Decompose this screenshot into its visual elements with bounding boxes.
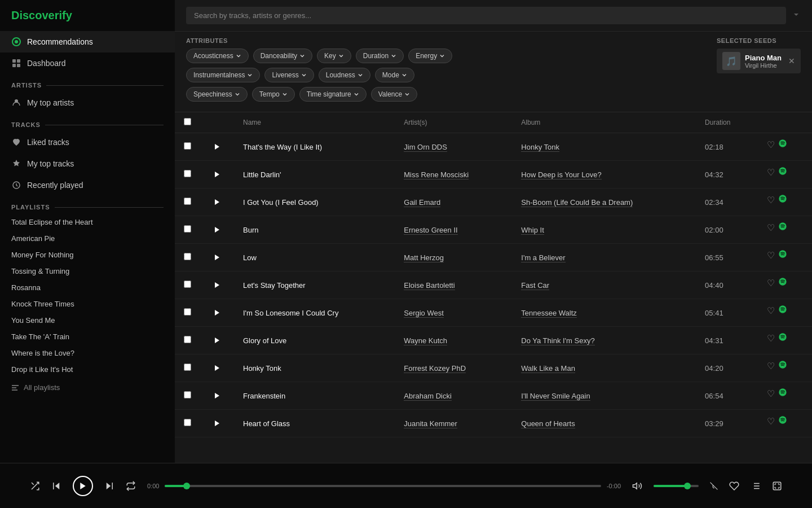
row-play-button[interactable]: [209, 277, 225, 293]
artist-link[interactable]: Miss Rene Mosciski: [404, 170, 469, 179]
filter-chip-energy[interactable]: Energy: [408, 49, 452, 63]
album-link[interactable]: Do Ya Think I'm Sexy?: [521, 336, 594, 345]
playlist-total-eclipse[interactable]: Total Eclipse of the Heart: [0, 214, 175, 230]
like-track-button[interactable]: ♡: [767, 167, 775, 178]
artist-link[interactable]: Abraham Dicki: [404, 392, 452, 401]
filter-chip-instrumentalness[interactable]: Instrumentalness: [186, 68, 260, 82]
artist-link[interactable]: Forrest Kozey PhD: [404, 364, 466, 373]
album-link[interactable]: Fast Car: [521, 281, 549, 290]
nav-dashboard[interactable]: Dashboard: [0, 52, 175, 74]
row-play-button[interactable]: [209, 249, 225, 265]
row-play-button[interactable]: [209, 222, 225, 238]
like-track-button[interactable]: ♡: [767, 388, 775, 399]
playlist-money-for-nothing[interactable]: Money For Nothing: [0, 247, 175, 263]
like-track-button[interactable]: ♡: [767, 250, 775, 261]
like-track-button[interactable]: ♡: [767, 361, 775, 371]
filter-chip-key[interactable]: Key: [317, 49, 351, 63]
spotify-open-button[interactable]: [778, 360, 787, 371]
spotify-open-button[interactable]: [778, 415, 787, 427]
like-track-button[interactable]: ♡: [767, 416, 775, 427]
row-play-button[interactable]: [209, 415, 225, 431]
nav-liked-tracks[interactable]: Liked tracks: [0, 132, 175, 153]
spotify-open-button[interactable]: [778, 139, 787, 150]
search-dropdown-icon[interactable]: [792, 10, 801, 21]
playlist-tossing-turning[interactable]: Tossing & Turning: [0, 263, 175, 279]
volume-icon-button[interactable]: [632, 481, 642, 491]
album-link[interactable]: Walk Like a Man: [521, 364, 575, 373]
row-play-button[interactable]: [209, 194, 225, 210]
artist-link[interactable]: Ernesto Green II: [404, 226, 457, 235]
filter-chip-speechiness[interactable]: Speechiness: [186, 87, 248, 102]
playlist-you-send-me[interactable]: You Send Me: [0, 312, 175, 329]
like-track-button[interactable]: ♡: [767, 305, 775, 316]
like-track-button[interactable]: ♡: [767, 333, 775, 344]
like-track-button[interactable]: ♡: [767, 139, 775, 150]
spotify-open-button[interactable]: [778, 167, 787, 178]
like-track-button[interactable]: ♡: [767, 222, 775, 233]
playlist-knock-three-times[interactable]: Knock Three Times: [0, 296, 175, 312]
row-checkbox[interactable]: [184, 198, 191, 205]
next-button[interactable]: [104, 481, 114, 491]
row-play-button[interactable]: [209, 388, 225, 404]
album-link[interactable]: Whip It: [521, 226, 544, 235]
spotify-open-button[interactable]: [778, 277, 787, 288]
filter-chip-tempo[interactable]: Tempo: [252, 87, 295, 102]
filter-chip-time-signature[interactable]: Time signature: [299, 87, 367, 102]
nav-my-top-tracks[interactable]: My top tracks: [0, 153, 175, 174]
spotify-open-button[interactable]: [778, 249, 787, 261]
repeat-button[interactable]: [126, 481, 136, 491]
playlist-where-is-the-love[interactable]: Where is the Love?: [0, 345, 175, 361]
volume-max-icon[interactable]: [710, 482, 718, 490]
album-link[interactable]: Queen of Hearts: [521, 419, 575, 428]
spotify-open-button[interactable]: [778, 332, 787, 344]
artist-link[interactable]: Gail Emard: [404, 198, 440, 207]
search-input[interactable]: [186, 7, 786, 24]
playlist-rosanna[interactable]: Rosanna: [0, 279, 175, 296]
prev-button[interactable]: [51, 481, 61, 491]
volume-bar[interactable]: [654, 485, 699, 487]
queue-button[interactable]: [751, 481, 761, 491]
row-checkbox[interactable]: [184, 253, 191, 260]
filter-chip-danceability[interactable]: Danceability: [253, 49, 312, 63]
select-all-checkbox[interactable]: [184, 118, 191, 125]
artist-link[interactable]: Eloise Bartoletti: [404, 281, 454, 290]
row-checkbox[interactable]: [184, 308, 191, 316]
artist-link[interactable]: Matt Herzog: [404, 253, 444, 262]
row-play-button[interactable]: [209, 360, 225, 376]
like-track-button[interactable]: ♡: [767, 195, 775, 205]
artist-link[interactable]: Sergio West: [404, 309, 444, 318]
filter-chip-mode[interactable]: Mode: [375, 68, 414, 82]
row-checkbox[interactable]: [184, 142, 191, 150]
filter-chip-liveness[interactable]: Liveness: [264, 68, 314, 82]
album-link[interactable]: Sh-Boom (Life Could Be a Dream): [521, 198, 633, 207]
spotify-open-button[interactable]: [778, 305, 787, 316]
row-play-button[interactable]: [209, 305, 225, 321]
row-checkbox[interactable]: [184, 419, 191, 426]
filter-chip-valence[interactable]: Valence: [371, 87, 417, 102]
progress-bar[interactable]: [165, 485, 601, 487]
album-link[interactable]: How Deep is Your Love?: [521, 170, 601, 179]
playlist-take-a-train[interactable]: Take The 'A' Train: [0, 329, 175, 345]
fullscreen-button[interactable]: [772, 481, 782, 491]
row-play-button[interactable]: [209, 139, 225, 155]
filter-chip-acousticness[interactable]: Acousticness: [186, 49, 249, 63]
album-link[interactable]: Tennessee Waltz: [521, 309, 577, 318]
like-player-button[interactable]: [729, 481, 739, 491]
nav-recently-played[interactable]: Recently played: [0, 174, 175, 196]
nav-recommendations[interactable]: Recommendations: [0, 31, 175, 52]
nav-my-top-artists[interactable]: My top artists: [0, 92, 175, 113]
seed-close-button[interactable]: ✕: [788, 56, 795, 65]
playlist-drop-it[interactable]: Drop it Like It's Hot: [0, 361, 175, 378]
album-link[interactable]: I'll Never Smile Again: [521, 392, 590, 401]
shuffle-button[interactable]: [30, 481, 40, 491]
artist-link[interactable]: Jim Orn DDS: [404, 143, 447, 152]
row-play-button[interactable]: [209, 167, 225, 182]
row-checkbox[interactable]: [184, 281, 191, 288]
row-checkbox[interactable]: [184, 364, 191, 371]
row-checkbox[interactable]: [184, 391, 191, 398]
all-playlists-link[interactable]: All playlists: [0, 378, 175, 397]
row-checkbox[interactable]: [184, 336, 191, 343]
album-link[interactable]: I'm a Believer: [521, 253, 565, 262]
spotify-open-button[interactable]: [778, 388, 787, 399]
row-play-button[interactable]: [209, 332, 225, 348]
